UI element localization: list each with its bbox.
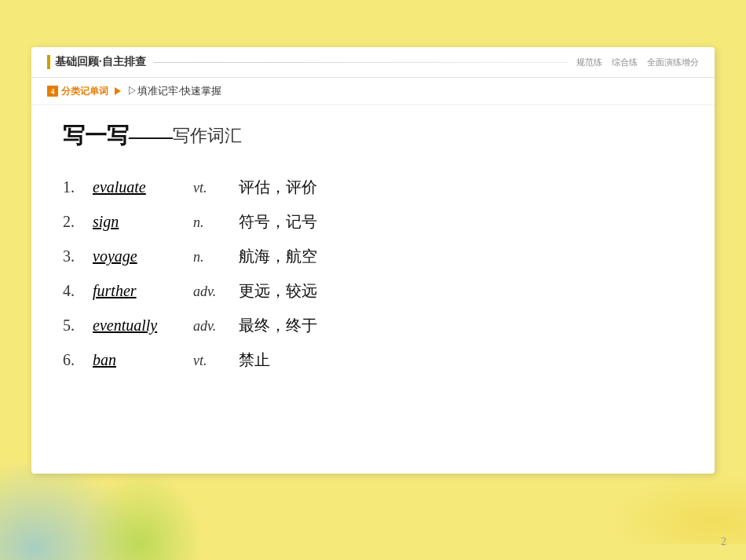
main-content: 写一写 —— 写作词汇 1.evaluatevt.评估，评价2.signn.符号… — [31, 105, 715, 393]
subtitle-bar: 4 分类记单词 ▷填准记牢·快速掌握 — [31, 78, 715, 105]
vocab-meaning: 符号，记号 — [239, 209, 317, 234]
header-title: 基础回顾·自主排查 — [47, 55, 146, 69]
header-divider — [154, 62, 569, 63]
vocab-item: 5.eventuallyadv.最终，终于 — [63, 308, 683, 342]
label-full-practice: 全面演练增分 — [647, 57, 699, 68]
label-regulation: 规范练 — [576, 57, 602, 68]
vocab-word: ban — [93, 347, 187, 372]
vocab-number: 3. — [63, 243, 86, 269]
vocab-number: 2. — [63, 209, 86, 234]
vocab-number: 4. — [63, 278, 86, 303]
page-number: 2 — [721, 536, 726, 548]
vocab-meaning: 禁止 — [239, 347, 270, 372]
section-title: 写一写 —— 写作词汇 — [63, 121, 683, 151]
vocab-item: 4.furtheradv.更远，较远 — [63, 273, 683, 308]
vocab-number: 5. — [63, 313, 86, 338]
vocab-pos: vt. — [193, 177, 232, 199]
label-comprehensive: 综合练 — [612, 57, 638, 68]
vocab-meaning: 评估，评价 — [239, 174, 317, 199]
header-right-labels: 规范练 综合练 全面演练增分 — [576, 57, 699, 68]
header-title-text: 基础回顾·自主排查 — [55, 55, 146, 69]
vocab-meaning: 航海，航空 — [239, 243, 317, 269]
vocab-list: 1.evaluatevt.评估，评价2.signn.符号，记号3.voyagen… — [63, 170, 683, 377]
section-title-dash: —— — [129, 123, 173, 148]
vocab-word: evaluate — [93, 174, 187, 199]
vocab-pos: adv. — [193, 315, 232, 338]
subtitle-text: ▷填准记牢·快速掌握 — [127, 84, 221, 98]
vocab-word: sign — [93, 209, 187, 234]
vocab-pos: n. — [193, 211, 232, 234]
vocab-word: voyage — [93, 243, 187, 269]
vocab-word: eventually — [93, 313, 187, 338]
vocab-pos: adv. — [193, 280, 232, 303]
subtitle-icon-label: 分类记单词 — [61, 85, 108, 98]
vocab-pos: vt. — [193, 350, 232, 372]
vocab-item: 1.evaluatevt.评估，评价 — [63, 170, 683, 204]
vocab-word: further — [93, 278, 187, 303]
vocab-item: 2.signn.符号，记号 — [63, 204, 683, 239]
vocab-number: 6. — [63, 347, 86, 372]
vocab-meaning: 最终，终于 — [239, 313, 317, 338]
subtitle-icon: 4 分类记单词 — [47, 85, 108, 98]
bookmark-icon: 4 — [47, 86, 58, 97]
header-bar: 基础回顾·自主排查 规范练 综合练 全面演练增分 — [31, 47, 715, 78]
section-title-sub: 写作词汇 — [173, 124, 242, 148]
subtitle-triangle-icon — [115, 87, 121, 95]
slide-container: 基础回顾·自主排查 规范练 综合练 全面演练增分 4 分类记单词 ▷填准记牢·快… — [31, 47, 715, 474]
section-title-main: 写一写 — [63, 121, 129, 151]
vocab-item: 3.voyagen.航海，航空 — [63, 239, 683, 273]
vocab-number: 1. — [63, 174, 86, 199]
vocab-meaning: 更远，较远 — [239, 278, 317, 303]
background-decoration-yellow — [589, 466, 746, 544]
vocab-item: 6.banvt.禁止 — [63, 342, 683, 377]
vocab-pos: n. — [193, 246, 232, 269]
header-title-bar-decoration — [47, 55, 50, 69]
svg-text:4: 4 — [51, 87, 55, 96]
